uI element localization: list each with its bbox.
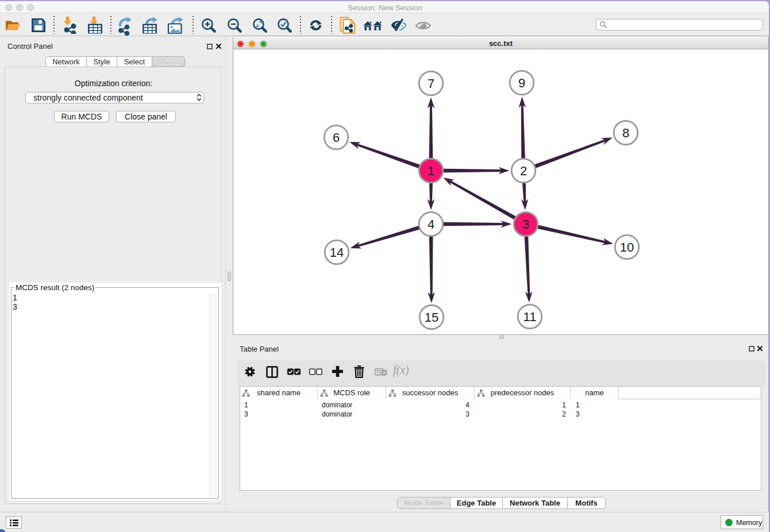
svg-text:8: 8 [622,126,629,140]
svg-text:6: 6 [333,130,340,145]
svg-text:4: 4 [428,217,434,232]
svg-text:10: 10 [620,240,634,255]
svg-text:3: 3 [522,217,529,232]
svg-text:2: 2 [520,164,527,178]
svg-text:1: 1 [428,164,434,178]
svg-text:9: 9 [518,76,525,90]
svg-text:11: 11 [523,310,537,324]
svg-text:7: 7 [428,76,434,91]
svg-text:14: 14 [330,245,344,260]
svg-text:15: 15 [425,310,438,325]
